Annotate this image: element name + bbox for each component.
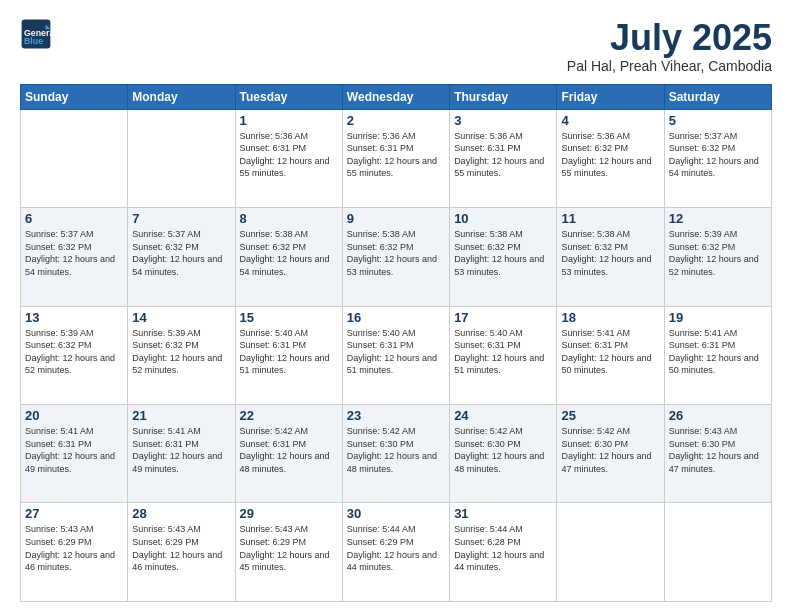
- day-info: Sunrise: 5:42 AM Sunset: 6:30 PM Dayligh…: [561, 425, 659, 475]
- day-info: Sunrise: 5:42 AM Sunset: 6:31 PM Dayligh…: [240, 425, 338, 475]
- calendar-cell: 25Sunrise: 5:42 AM Sunset: 6:30 PM Dayli…: [557, 405, 664, 503]
- calendar-cell: 28Sunrise: 5:43 AM Sunset: 6:29 PM Dayli…: [128, 503, 235, 602]
- calendar-cell: 26Sunrise: 5:43 AM Sunset: 6:30 PM Dayli…: [664, 405, 771, 503]
- calendar-cell: 2Sunrise: 5:36 AM Sunset: 6:31 PM Daylig…: [342, 109, 449, 207]
- calendar-cell: 31Sunrise: 5:44 AM Sunset: 6:28 PM Dayli…: [450, 503, 557, 602]
- day-number: 21: [132, 408, 230, 423]
- calendar-cell: 27Sunrise: 5:43 AM Sunset: 6:29 PM Dayli…: [21, 503, 128, 602]
- day-info: Sunrise: 5:41 AM Sunset: 6:31 PM Dayligh…: [561, 327, 659, 377]
- calendar-cell: 3Sunrise: 5:36 AM Sunset: 6:31 PM Daylig…: [450, 109, 557, 207]
- calendar-cell: [664, 503, 771, 602]
- day-info: Sunrise: 5:40 AM Sunset: 6:31 PM Dayligh…: [454, 327, 552, 377]
- day-info: Sunrise: 5:36 AM Sunset: 6:31 PM Dayligh…: [240, 130, 338, 180]
- day-number: 4: [561, 113, 659, 128]
- day-info: Sunrise: 5:38 AM Sunset: 6:32 PM Dayligh…: [454, 228, 552, 278]
- day-number: 6: [25, 211, 123, 226]
- day-info: Sunrise: 5:42 AM Sunset: 6:30 PM Dayligh…: [454, 425, 552, 475]
- calendar-cell: 19Sunrise: 5:41 AM Sunset: 6:31 PM Dayli…: [664, 306, 771, 404]
- day-number: 2: [347, 113, 445, 128]
- day-number: 29: [240, 506, 338, 521]
- day-number: 16: [347, 310, 445, 325]
- calendar-cell: 15Sunrise: 5:40 AM Sunset: 6:31 PM Dayli…: [235, 306, 342, 404]
- day-number: 22: [240, 408, 338, 423]
- calendar-cell: 6Sunrise: 5:37 AM Sunset: 6:32 PM Daylig…: [21, 208, 128, 306]
- day-number: 11: [561, 211, 659, 226]
- calendar-cell: 20Sunrise: 5:41 AM Sunset: 6:31 PM Dayli…: [21, 405, 128, 503]
- day-number: 10: [454, 211, 552, 226]
- day-info: Sunrise: 5:37 AM Sunset: 6:32 PM Dayligh…: [669, 130, 767, 180]
- day-number: 8: [240, 211, 338, 226]
- day-number: 30: [347, 506, 445, 521]
- day-number: 7: [132, 211, 230, 226]
- calendar-cell: 21Sunrise: 5:41 AM Sunset: 6:31 PM Dayli…: [128, 405, 235, 503]
- day-number: 14: [132, 310, 230, 325]
- calendar-cell: 8Sunrise: 5:38 AM Sunset: 6:32 PM Daylig…: [235, 208, 342, 306]
- day-number: 3: [454, 113, 552, 128]
- day-info: Sunrise: 5:37 AM Sunset: 6:32 PM Dayligh…: [132, 228, 230, 278]
- weekday-header-row: SundayMondayTuesdayWednesdayThursdayFrid…: [21, 84, 772, 109]
- day-number: 25: [561, 408, 659, 423]
- logo: General Blue: [20, 18, 56, 50]
- day-info: Sunrise: 5:43 AM Sunset: 6:29 PM Dayligh…: [25, 523, 123, 573]
- day-number: 20: [25, 408, 123, 423]
- day-number: 28: [132, 506, 230, 521]
- calendar-cell: 11Sunrise: 5:38 AM Sunset: 6:32 PM Dayli…: [557, 208, 664, 306]
- day-number: 13: [25, 310, 123, 325]
- calendar-cell: 16Sunrise: 5:40 AM Sunset: 6:31 PM Dayli…: [342, 306, 449, 404]
- calendar-cell: 4Sunrise: 5:36 AM Sunset: 6:32 PM Daylig…: [557, 109, 664, 207]
- calendar-cell: 14Sunrise: 5:39 AM Sunset: 6:32 PM Dayli…: [128, 306, 235, 404]
- calendar-cell: 22Sunrise: 5:42 AM Sunset: 6:31 PM Dayli…: [235, 405, 342, 503]
- day-number: 24: [454, 408, 552, 423]
- day-info: Sunrise: 5:41 AM Sunset: 6:31 PM Dayligh…: [132, 425, 230, 475]
- calendar-week-row: 20Sunrise: 5:41 AM Sunset: 6:31 PM Dayli…: [21, 405, 772, 503]
- title-section: July 2025 Pal Hal, Preah Vihear, Cambodi…: [567, 18, 772, 74]
- calendar-week-row: 27Sunrise: 5:43 AM Sunset: 6:29 PM Dayli…: [21, 503, 772, 602]
- day-number: 27: [25, 506, 123, 521]
- day-info: Sunrise: 5:36 AM Sunset: 6:31 PM Dayligh…: [347, 130, 445, 180]
- day-info: Sunrise: 5:44 AM Sunset: 6:29 PM Dayligh…: [347, 523, 445, 573]
- day-number: 12: [669, 211, 767, 226]
- weekday-header-thursday: Thursday: [450, 84, 557, 109]
- day-number: 5: [669, 113, 767, 128]
- day-info: Sunrise: 5:43 AM Sunset: 6:30 PM Dayligh…: [669, 425, 767, 475]
- day-number: 9: [347, 211, 445, 226]
- calendar-cell: 5Sunrise: 5:37 AM Sunset: 6:32 PM Daylig…: [664, 109, 771, 207]
- calendar-cell: [557, 503, 664, 602]
- day-info: Sunrise: 5:42 AM Sunset: 6:30 PM Dayligh…: [347, 425, 445, 475]
- weekday-header-saturday: Saturday: [664, 84, 771, 109]
- day-info: Sunrise: 5:38 AM Sunset: 6:32 PM Dayligh…: [561, 228, 659, 278]
- day-number: 23: [347, 408, 445, 423]
- day-info: Sunrise: 5:38 AM Sunset: 6:32 PM Dayligh…: [240, 228, 338, 278]
- day-info: Sunrise: 5:39 AM Sunset: 6:32 PM Dayligh…: [25, 327, 123, 377]
- weekday-header-tuesday: Tuesday: [235, 84, 342, 109]
- month-title: July 2025: [567, 18, 772, 58]
- calendar-cell: 1Sunrise: 5:36 AM Sunset: 6:31 PM Daylig…: [235, 109, 342, 207]
- day-info: Sunrise: 5:44 AM Sunset: 6:28 PM Dayligh…: [454, 523, 552, 573]
- day-info: Sunrise: 5:43 AM Sunset: 6:29 PM Dayligh…: [132, 523, 230, 573]
- day-info: Sunrise: 5:38 AM Sunset: 6:32 PM Dayligh…: [347, 228, 445, 278]
- day-info: Sunrise: 5:37 AM Sunset: 6:32 PM Dayligh…: [25, 228, 123, 278]
- weekday-header-monday: Monday: [128, 84, 235, 109]
- calendar-week-row: 1Sunrise: 5:36 AM Sunset: 6:31 PM Daylig…: [21, 109, 772, 207]
- calendar-cell: 13Sunrise: 5:39 AM Sunset: 6:32 PM Dayli…: [21, 306, 128, 404]
- page: General Blue July 2025 Pal Hal, Preah Vi…: [0, 0, 792, 612]
- day-info: Sunrise: 5:40 AM Sunset: 6:31 PM Dayligh…: [240, 327, 338, 377]
- calendar-cell: 30Sunrise: 5:44 AM Sunset: 6:29 PM Dayli…: [342, 503, 449, 602]
- day-info: Sunrise: 5:39 AM Sunset: 6:32 PM Dayligh…: [669, 228, 767, 278]
- calendar-cell: 12Sunrise: 5:39 AM Sunset: 6:32 PM Dayli…: [664, 208, 771, 306]
- calendar-week-row: 13Sunrise: 5:39 AM Sunset: 6:32 PM Dayli…: [21, 306, 772, 404]
- calendar-cell: 18Sunrise: 5:41 AM Sunset: 6:31 PM Dayli…: [557, 306, 664, 404]
- day-info: Sunrise: 5:36 AM Sunset: 6:31 PM Dayligh…: [454, 130, 552, 180]
- calendar-table: SundayMondayTuesdayWednesdayThursdayFrid…: [20, 84, 772, 602]
- day-info: Sunrise: 5:43 AM Sunset: 6:29 PM Dayligh…: [240, 523, 338, 573]
- calendar-cell: [128, 109, 235, 207]
- calendar-week-row: 6Sunrise: 5:37 AM Sunset: 6:32 PM Daylig…: [21, 208, 772, 306]
- calendar-cell: 10Sunrise: 5:38 AM Sunset: 6:32 PM Dayli…: [450, 208, 557, 306]
- calendar-cell: 17Sunrise: 5:40 AM Sunset: 6:31 PM Dayli…: [450, 306, 557, 404]
- location: Pal Hal, Preah Vihear, Cambodia: [567, 58, 772, 74]
- day-info: Sunrise: 5:41 AM Sunset: 6:31 PM Dayligh…: [25, 425, 123, 475]
- day-number: 15: [240, 310, 338, 325]
- day-number: 31: [454, 506, 552, 521]
- logo-icon: General Blue: [20, 18, 52, 50]
- calendar-cell: 7Sunrise: 5:37 AM Sunset: 6:32 PM Daylig…: [128, 208, 235, 306]
